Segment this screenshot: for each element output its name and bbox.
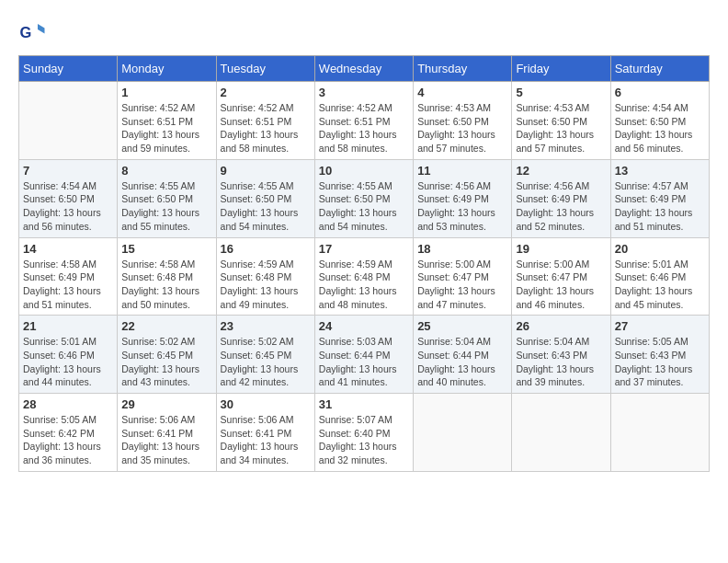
calendar-cell: 9Sunrise: 4:55 AM Sunset: 6:50 PM Daylig… — [216, 159, 314, 237]
day-number: 29 — [121, 397, 211, 411]
calendar-cell: 24Sunrise: 5:03 AM Sunset: 6:44 PM Dayli… — [314, 316, 413, 394]
day-number: 7 — [23, 164, 113, 178]
day-number: 10 — [319, 164, 409, 178]
svg-marker-1 — [38, 24, 45, 34]
header-thursday: Thursday — [414, 56, 512, 82]
calendar-cell: 3Sunrise: 4:52 AM Sunset: 6:51 PM Daylig… — [314, 82, 413, 160]
calendar-cell: 12Sunrise: 4:56 AM Sunset: 6:49 PM Dayli… — [512, 159, 610, 237]
day-info: Sunrise: 5:00 AM Sunset: 6:47 PM Dayligh… — [516, 258, 606, 312]
calendar-cell: 2Sunrise: 4:52 AM Sunset: 6:51 PM Daylig… — [216, 82, 314, 160]
header-sunday: Sunday — [19, 56, 118, 82]
calendar-cell: 27Sunrise: 5:05 AM Sunset: 6:43 PM Dayli… — [610, 316, 709, 394]
calendar-week-row: 21Sunrise: 5:01 AM Sunset: 6:46 PM Dayli… — [19, 316, 710, 394]
day-info: Sunrise: 5:07 AM Sunset: 6:40 PM Dayligh… — [319, 413, 409, 467]
day-number: 12 — [516, 164, 606, 178]
header-friday: Friday — [512, 56, 610, 82]
calendar-cell: 13Sunrise: 4:57 AM Sunset: 6:49 PM Dayli… — [610, 159, 709, 237]
day-number: 27 — [615, 319, 705, 333]
day-info: Sunrise: 4:53 AM Sunset: 6:50 PM Dayligh… — [516, 101, 606, 155]
day-info: Sunrise: 4:53 AM Sunset: 6:50 PM Dayligh… — [417, 101, 507, 155]
calendar-cell: 4Sunrise: 4:53 AM Sunset: 6:50 PM Daylig… — [414, 82, 512, 160]
day-number: 26 — [516, 319, 606, 333]
logo-icon: G — [18, 18, 46, 46]
page-header: G — [18, 18, 710, 46]
header-monday: Monday — [118, 56, 216, 82]
day-info: Sunrise: 5:02 AM Sunset: 6:45 PM Dayligh… — [121, 335, 211, 389]
day-info: Sunrise: 4:52 AM Sunset: 6:51 PM Dayligh… — [319, 101, 409, 155]
day-number: 21 — [23, 319, 113, 333]
calendar-cell: 25Sunrise: 5:04 AM Sunset: 6:44 PM Dayli… — [414, 316, 512, 394]
day-info: Sunrise: 4:55 AM Sunset: 6:50 PM Dayligh… — [319, 179, 409, 234]
day-info: Sunrise: 4:52 AM Sunset: 6:51 PM Dayligh… — [221, 101, 311, 155]
day-info: Sunrise: 4:54 AM Sunset: 6:50 PM Dayligh… — [23, 179, 113, 234]
calendar-cell: 17Sunrise: 4:59 AM Sunset: 6:48 PM Dayli… — [314, 237, 413, 316]
calendar-cell: 21Sunrise: 5:01 AM Sunset: 6:46 PM Dayli… — [19, 316, 118, 394]
calendar-cell: 19Sunrise: 5:00 AM Sunset: 6:47 PM Dayli… — [512, 237, 610, 316]
calendar-week-row: 7Sunrise: 4:54 AM Sunset: 6:50 PM Daylig… — [19, 159, 710, 237]
calendar-cell: 15Sunrise: 4:58 AM Sunset: 6:48 PM Dayli… — [118, 237, 216, 316]
logo: G — [18, 18, 50, 46]
calendar-cell: 22Sunrise: 5:02 AM Sunset: 6:45 PM Dayli… — [118, 316, 216, 394]
day-number: 1 — [121, 86, 211, 99]
day-info: Sunrise: 4:55 AM Sunset: 6:50 PM Dayligh… — [121, 179, 211, 234]
svg-text:G: G — [20, 24, 32, 40]
day-number: 8 — [121, 164, 211, 178]
calendar-cell: 10Sunrise: 4:55 AM Sunset: 6:50 PM Dayli… — [314, 159, 413, 237]
day-number: 2 — [221, 86, 311, 99]
day-info: Sunrise: 5:06 AM Sunset: 6:41 PM Dayligh… — [221, 413, 311, 467]
day-info: Sunrise: 5:04 AM Sunset: 6:44 PM Dayligh… — [417, 335, 507, 389]
calendar-cell: 16Sunrise: 4:59 AM Sunset: 6:48 PM Dayli… — [216, 237, 314, 316]
day-number: 19 — [516, 242, 606, 256]
day-info: Sunrise: 5:00 AM Sunset: 6:47 PM Dayligh… — [417, 258, 507, 312]
day-number: 5 — [516, 86, 606, 99]
calendar-cell: 20Sunrise: 5:01 AM Sunset: 6:46 PM Dayli… — [610, 237, 709, 316]
calendar-cell: 30Sunrise: 5:06 AM Sunset: 6:41 PM Dayli… — [216, 394, 314, 472]
day-info: Sunrise: 5:01 AM Sunset: 6:46 PM Dayligh… — [615, 258, 705, 312]
header-tuesday: Tuesday — [216, 56, 314, 82]
calendar-cell: 28Sunrise: 5:05 AM Sunset: 6:42 PM Dayli… — [19, 394, 118, 472]
day-info: Sunrise: 5:05 AM Sunset: 6:43 PM Dayligh… — [615, 335, 705, 389]
day-info: Sunrise: 5:03 AM Sunset: 6:44 PM Dayligh… — [319, 335, 409, 389]
calendar-cell: 5Sunrise: 4:53 AM Sunset: 6:50 PM Daylig… — [512, 82, 610, 160]
day-number: 23 — [221, 319, 311, 333]
day-number: 22 — [121, 319, 211, 333]
calendar-cell: 1Sunrise: 4:52 AM Sunset: 6:51 PM Daylig… — [118, 82, 216, 160]
day-info: Sunrise: 4:52 AM Sunset: 6:51 PM Dayligh… — [121, 101, 211, 155]
calendar-cell: 26Sunrise: 5:04 AM Sunset: 6:43 PM Dayli… — [512, 316, 610, 394]
calendar-cell: 29Sunrise: 5:06 AM Sunset: 6:41 PM Dayli… — [118, 394, 216, 472]
day-number: 15 — [121, 242, 211, 256]
day-number: 24 — [319, 319, 409, 333]
day-number: 17 — [319, 242, 409, 256]
header-wednesday: Wednesday — [314, 56, 413, 82]
calendar-cell: 8Sunrise: 4:55 AM Sunset: 6:50 PM Daylig… — [118, 159, 216, 237]
calendar-cell: 31Sunrise: 5:07 AM Sunset: 6:40 PM Dayli… — [314, 394, 413, 472]
day-info: Sunrise: 4:56 AM Sunset: 6:49 PM Dayligh… — [516, 179, 606, 234]
day-number: 14 — [23, 242, 113, 256]
calendar-cell — [19, 82, 118, 160]
calendar-cell: 11Sunrise: 4:56 AM Sunset: 6:49 PM Dayli… — [414, 159, 512, 237]
calendar-week-row: 28Sunrise: 5:05 AM Sunset: 6:42 PM Dayli… — [19, 394, 710, 472]
day-info: Sunrise: 4:56 AM Sunset: 6:49 PM Dayligh… — [417, 179, 507, 234]
day-info: Sunrise: 4:59 AM Sunset: 6:48 PM Dayligh… — [319, 258, 409, 312]
header-saturday: Saturday — [610, 56, 709, 82]
calendar-cell — [512, 394, 610, 472]
calendar-week-row: 1Sunrise: 4:52 AM Sunset: 6:51 PM Daylig… — [19, 82, 710, 160]
calendar-table: SundayMondayTuesdayWednesdayThursdayFrid… — [18, 55, 710, 472]
calendar-cell: 7Sunrise: 4:54 AM Sunset: 6:50 PM Daylig… — [19, 159, 118, 237]
day-info: Sunrise: 5:04 AM Sunset: 6:43 PM Dayligh… — [516, 335, 606, 389]
day-number: 30 — [221, 397, 311, 411]
day-info: Sunrise: 5:01 AM Sunset: 6:46 PM Dayligh… — [23, 335, 113, 389]
calendar-cell: 23Sunrise: 5:02 AM Sunset: 6:45 PM Dayli… — [216, 316, 314, 394]
calendar-cell: 14Sunrise: 4:58 AM Sunset: 6:49 PM Dayli… — [19, 237, 118, 316]
day-info: Sunrise: 5:06 AM Sunset: 6:41 PM Dayligh… — [121, 413, 211, 467]
calendar-week-row: 14Sunrise: 4:58 AM Sunset: 6:49 PM Dayli… — [19, 237, 710, 316]
calendar-cell — [610, 394, 709, 472]
day-info: Sunrise: 4:55 AM Sunset: 6:50 PM Dayligh… — [221, 179, 311, 234]
day-number: 16 — [221, 242, 311, 256]
day-info: Sunrise: 4:57 AM Sunset: 6:49 PM Dayligh… — [615, 179, 705, 234]
day-number: 20 — [615, 242, 705, 256]
day-info: Sunrise: 5:05 AM Sunset: 6:42 PM Dayligh… — [23, 413, 113, 467]
day-number: 18 — [417, 242, 507, 256]
day-number: 28 — [23, 397, 113, 411]
day-number: 25 — [417, 319, 507, 333]
